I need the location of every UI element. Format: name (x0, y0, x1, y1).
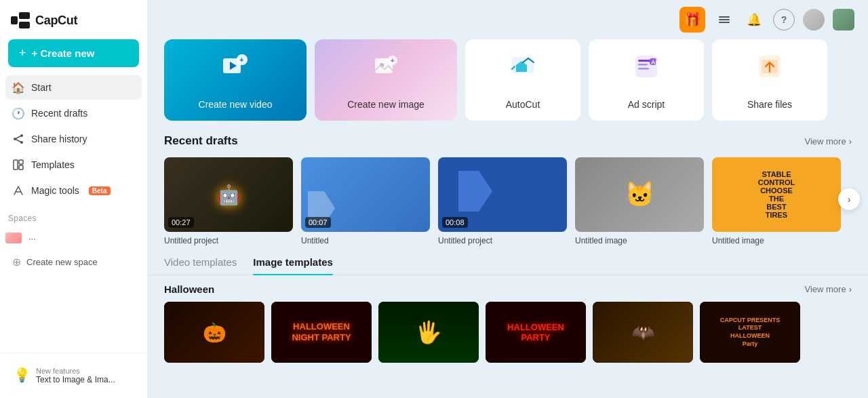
space-avatar (5, 233, 22, 243)
hw1-moon-icon: 🎃 (203, 321, 226, 344)
svg-point-4 (14, 138, 16, 140)
sidebar-item-templates[interactable]: Templates (5, 153, 142, 177)
halloween-card-5[interactable]: 🦇 (593, 302, 693, 363)
recent-drafts-view-more[interactable]: View more › (804, 136, 852, 146)
halloween-card-1[interactable]: 🎃 (164, 302, 264, 363)
sidebar-item-recent-drafts-label: Recent drafts (31, 108, 87, 119)
drafts-next-button[interactable]: › (838, 188, 860, 210)
hw4-bg: HALLOWEENPARTY (486, 302, 586, 363)
create-image-card[interactable]: + Create new image (315, 39, 457, 121)
create-new-label: + Create new (32, 47, 95, 59)
hw6-text: CAPCUT PRESENTSLATESTHALLOWEENParty (720, 317, 781, 349)
home-icon: 🏠 (12, 81, 24, 94)
drafts-row: 🤖 00:27 Untitled project 00:07 Untitled (164, 157, 852, 245)
recent-drafts-section: Recent drafts View more › 🤖 00:27 Untitl… (148, 134, 868, 256)
adscript-icon-area: AI (633, 53, 660, 80)
beta-badge: Beta (89, 186, 111, 195)
hw2-text: HALLOWEENNIGHT PARTY (292, 321, 351, 342)
gift-button[interactable]: 🎁 (679, 7, 705, 33)
draft-1-duration: 00:27 (168, 217, 194, 228)
sidebar-item-magic-tools[interactable]: Magic tools Beta (5, 178, 142, 203)
sidebar-item-recent-drafts[interactable]: 🕐 Recent drafts (5, 101, 142, 125)
tab-video-templates[interactable]: Video templates (164, 256, 237, 275)
svg-rect-9 (719, 16, 730, 18)
sidebar-item-share-history-label: Share history (31, 134, 87, 144)
avatar-workspace[interactable] (833, 9, 854, 31)
sidebar-nav: 🏠 Start 🕐 Recent drafts Share history Te… (0, 75, 147, 203)
recent-drafts-header: Recent drafts View more › (164, 134, 852, 148)
svg-point-3 (20, 134, 23, 137)
layers-button[interactable] (713, 9, 735, 31)
draft-3-duration: 00:08 (442, 217, 468, 228)
svg-text:+: + (239, 56, 243, 64)
svg-rect-0 (11, 16, 18, 24)
hw1-bg: 🎃 (164, 302, 264, 363)
quick-actions: + Create new video + Create new image (148, 39, 868, 134)
view-more-label: View more (804, 136, 846, 146)
draft-1-name: Untitled project (164, 236, 293, 245)
create-space-button[interactable]: ⊕ Create new space (5, 250, 142, 274)
autocut-card[interactable]: AutoCut (465, 39, 580, 121)
halloween-card-2[interactable]: HALLOWEENNIGHT PARTY (271, 302, 372, 363)
topbar: 🎁 🔔 ? (148, 0, 868, 39)
notification-button[interactable]: 🔔 (743, 9, 765, 31)
sharefiles-card[interactable]: Share files (712, 39, 827, 121)
main-content: 🎁 🔔 ? + Create new video (148, 0, 868, 398)
cat-emoji: 🐱 (575, 157, 704, 232)
space-item[interactable]: ··· (0, 228, 147, 247)
new-features-label: New features (36, 367, 115, 375)
image-templates-tab-label: Image templates (253, 256, 333, 268)
adscript-icon: AI (633, 53, 660, 80)
sidebar-item-start[interactable]: 🏠 Start (5, 75, 142, 100)
help-button[interactable]: ? (773, 9, 795, 31)
sidebar-bottom: 💡 New features Text to Image & Ima... (0, 353, 147, 398)
draft-item-2[interactable]: 00:07 Untitled (301, 157, 430, 245)
hw5-bg: 🦇 (593, 302, 693, 363)
create-image-label: Create new image (347, 99, 425, 110)
draft-item-3[interactable]: 00:08 Untitled project (438, 157, 567, 245)
space-name: ··· (28, 233, 36, 243)
svg-text:AI: AI (651, 59, 657, 66)
svg-rect-8 (19, 165, 23, 170)
hw5-bat-icon: 🦇 (631, 321, 655, 344)
hw6-bg: CAPCUT PRESENTSLATESTHALLOWEENParty (700, 302, 800, 363)
svg-rect-11 (719, 22, 730, 23)
halloween-section: Halloween View more › 🎃 HALLOWEENNIGHT P… (148, 275, 868, 363)
svg-rect-1 (19, 12, 30, 19)
sidebar-item-magic-tools-label: Magic tools (31, 185, 79, 196)
halloween-card-6[interactable]: CAPCUT PRESENTSLATESTHALLOWEENParty (700, 302, 800, 363)
svg-point-5 (20, 141, 23, 144)
draft-3-name: Untitled project (438, 236, 567, 245)
halloween-card-4[interactable]: HALLOWEENPARTY (486, 302, 586, 363)
halloween-cards: 🎃 HALLOWEENNIGHT PARTY 🖐️ HALLOWEENPARTY (164, 302, 852, 363)
avatar-user[interactable] (803, 9, 825, 31)
sharefiles-icon-area (756, 53, 783, 80)
create-new-button[interactable]: + + Create new (8, 39, 139, 67)
sidebar-item-share-history[interactable]: Share history (5, 127, 142, 151)
hw3-hand-icon: 🖐️ (415, 319, 442, 345)
draft-item-5[interactable]: STABLECONTROLCHOOSETHEBESTTIRES Untitled… (712, 157, 841, 245)
spaces-label: Spaces (0, 203, 147, 228)
draft-thumb-4: 🐱 (575, 157, 704, 232)
halloween-card-3[interactable]: 🖐️ (378, 302, 479, 363)
adscript-card[interactable]: AI Ad script (589, 39, 704, 121)
halloween-view-more[interactable]: View more › (804, 284, 852, 294)
blue2-shape (458, 171, 492, 212)
svg-rect-2 (19, 22, 30, 28)
draft-item-4[interactable]: 🐱 Untitled image (575, 157, 704, 245)
svg-rect-7 (19, 160, 23, 164)
plus-circle-icon: ⊕ (12, 256, 21, 268)
chevron-right-icon: › (849, 136, 852, 146)
draft-item-1[interactable]: 🤖 00:27 Untitled project (164, 157, 293, 245)
hw2-bg: HALLOWEENNIGHT PARTY (271, 302, 372, 363)
new-features-description: Text to Image & Ima... (36, 375, 115, 384)
new-features-item[interactable]: 💡 New features Text to Image & Ima... (8, 361, 139, 390)
clock-icon: 🕐 (12, 107, 24, 119)
halloween-view-more-label: View more (804, 284, 846, 294)
create-video-card[interactable]: + Create new video (164, 39, 307, 121)
tab-image-templates[interactable]: Image templates (253, 256, 333, 275)
svg-rect-23 (638, 64, 648, 66)
draft-thumb-3: 00:08 (438, 157, 567, 232)
create-video-label: Create new video (199, 99, 273, 110)
svg-rect-10 (719, 19, 730, 20)
